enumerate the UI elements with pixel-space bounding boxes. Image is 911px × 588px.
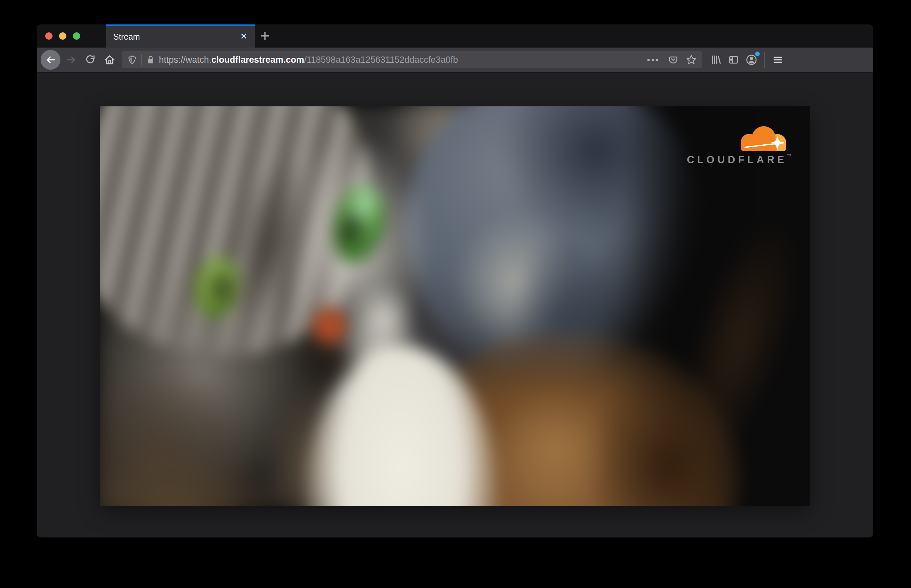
sidebar-icon: [728, 54, 739, 65]
urlbar-divider: [141, 54, 142, 65]
tab-close-icon[interactable]: ✕: [237, 30, 250, 43]
cat-chin-white: [352, 282, 416, 354]
tab-stream[interactable]: Stream ✕: [106, 24, 255, 48]
url-text[interactable]: https://watch.cloudflarestream.com/11859…: [159, 55, 458, 65]
back-icon: [45, 54, 56, 65]
library-icon: [710, 54, 721, 65]
pocket-icon[interactable]: [668, 55, 678, 65]
account-button[interactable]: [743, 50, 761, 70]
cloudflare-cloud-icon: [735, 125, 791, 152]
hamburger-menu-icon: [772, 54, 783, 65]
reload-icon: [85, 54, 96, 65]
cat-nose: [312, 306, 347, 346]
reload-button[interactable]: [81, 50, 100, 70]
tab-title: Stream: [113, 24, 140, 48]
url-domain: cloudflarestream.com: [212, 55, 304, 65]
bookmark-star-icon[interactable]: [686, 54, 697, 65]
tracking-protection-shield-icon[interactable]: [127, 55, 137, 65]
library-button[interactable]: [707, 50, 725, 70]
home-button[interactable]: [100, 50, 119, 70]
new-tab-button[interactable]: +: [256, 27, 274, 45]
cloudflare-wordmark: CLOUDFLARE™: [687, 153, 791, 166]
browser-window: Stream ✕ +: [37, 24, 873, 538]
tab-bar: Stream ✕ +: [37, 24, 873, 48]
menu-button[interactable]: [769, 50, 787, 70]
url-path: /118598a163a125631152ddaccfe3a0fb: [304, 55, 458, 65]
trademark-symbol: ™: [787, 153, 791, 158]
lock-icon[interactable]: [146, 55, 155, 65]
page-content: CLOUDFLARE™: [37, 73, 873, 537]
sidebar-button[interactable]: [725, 50, 743, 70]
back-button[interactable]: [40, 50, 60, 70]
account-notification-dot: [755, 52, 760, 56]
navigation-toolbar: https://watch.cloudflarestream.com/11859…: [37, 48, 873, 73]
minimize-window-button[interactable]: [59, 32, 66, 40]
cloudflare-logo: CLOUDFLARE™: [687, 125, 791, 166]
video-frame-cat: [100, 107, 810, 506]
page-actions-icon[interactable]: •••: [647, 55, 660, 65]
url-bar[interactable]: https://watch.cloudflarestream.com/11859…: [122, 51, 702, 68]
traffic-lights: [45, 32, 80, 40]
home-icon: [104, 54, 116, 66]
cat-left-pupil: [208, 268, 232, 306]
toolbar-separator: [764, 52, 765, 68]
forward-button[interactable]: [62, 50, 81, 70]
url-scheme: https://watch.: [159, 55, 212, 65]
close-window-button[interactable]: [45, 32, 53, 40]
video-player[interactable]: CLOUDFLARE™: [100, 107, 810, 506]
zoom-window-button[interactable]: [73, 32, 80, 40]
forward-icon: [66, 54, 77, 65]
